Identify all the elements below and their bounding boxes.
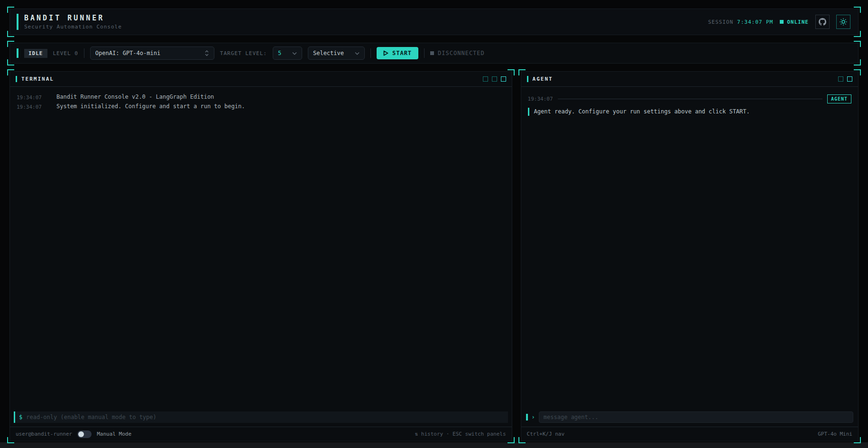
- terminal-log-row: 19:34:07 Bandit Runner Console v2.0 - La…: [10, 93, 512, 102]
- terminal-user-label: user@bandit-runner: [16, 431, 72, 437]
- corner-bracket: [854, 59, 861, 65]
- disconnected-square-icon: [430, 51, 434, 55]
- online-status: ONLINE: [780, 19, 809, 25]
- manual-mode-toggle[interactable]: [77, 430, 92, 438]
- panel-accent-bar: [527, 76, 528, 82]
- agent-nav-hint: Ctrl+K/J nav: [527, 431, 564, 437]
- sun-icon: [840, 18, 847, 26]
- chevron-updown-icon: [204, 50, 209, 56]
- agent-panel-title: AGENT: [533, 76, 553, 82]
- window-square-icon: [501, 76, 506, 82]
- control-bar: IDLE LEVEL 0 OpenAI: GPT-4o-mini TARGET …: [9, 43, 859, 64]
- terminal-window-squares: [483, 76, 506, 82]
- divider: [424, 48, 425, 58]
- window-square-icon: [492, 76, 497, 82]
- terminal-prompt-symbol: $: [19, 414, 22, 420]
- agent-panel: AGENT 19:34:07 AGENT Agent ready. Config…: [521, 71, 859, 441]
- window-square-icon: [847, 76, 852, 82]
- chevron-down-icon: [292, 52, 297, 55]
- online-label: ONLINE: [787, 19, 809, 25]
- terminal-log-area[interactable]: 19:34:07 Bandit Runner Console v2.0 - La…: [10, 87, 512, 411]
- corner-bracket: [854, 41, 861, 47]
- corner-bracket: [7, 7, 14, 13]
- corner-bracket: [7, 59, 14, 65]
- github-button[interactable]: [815, 15, 830, 29]
- panel-accent-bar: [16, 76, 17, 82]
- github-icon: [819, 18, 826, 26]
- terminal-panel-title: TERMINAL: [21, 76, 54, 82]
- title-group: BANDIT RUNNER Security Automation Consol…: [17, 14, 122, 30]
- agent-model-label: GPT-4o Mini: [818, 431, 852, 437]
- log-message: Bandit Runner Console v2.0 - LangGraph E…: [49, 93, 214, 102]
- agent-message: Agent ready. Configure your run settings…: [528, 108, 851, 116]
- chevron-down-icon: [355, 52, 360, 55]
- log-timestamp: 19:34:07: [17, 102, 44, 112]
- session-time: 7:34:07 PM: [737, 19, 773, 25]
- app-root: BANDIT RUNNER Security Automation Consol…: [0, 0, 868, 441]
- agent-role-badge: AGENT: [827, 94, 851, 103]
- target-level-select[interactable]: 5: [273, 47, 302, 60]
- agent-footer: Ctrl+K/J nav GPT-4o Mini: [521, 427, 858, 441]
- start-button[interactable]: START: [377, 47, 418, 59]
- terminal-panel-header: TERMINAL: [10, 72, 512, 87]
- corner-bracket: [7, 31, 14, 37]
- corner-bracket: [854, 31, 861, 37]
- title-accent-bar: [17, 14, 18, 30]
- window-square-icon: [483, 76, 488, 82]
- model-select[interactable]: OpenAI: GPT-4o-mini: [90, 47, 214, 60]
- agent-prompt-symbol: ›: [532, 414, 535, 420]
- terminal-input[interactable]: [26, 414, 504, 420]
- divider: [370, 48, 371, 58]
- online-square-icon: [780, 20, 784, 24]
- connection-status-label: DISCONNECTED: [438, 50, 485, 56]
- start-button-label: START: [392, 50, 412, 56]
- agent-input-row: ›: [526, 411, 853, 423]
- connection-status: DISCONNECTED: [430, 50, 485, 56]
- entry-divider-line: [558, 99, 822, 99]
- terminal-panel: TERMINAL 19:34:07 Bandit Runner Console …: [9, 71, 512, 441]
- divider: [84, 48, 84, 58]
- app-subtitle: Security Automation Console: [24, 24, 122, 30]
- log-timestamp: 19:34:07: [17, 93, 44, 102]
- agent-input-box: [539, 411, 853, 423]
- app-title: BANDIT RUNNER: [24, 14, 122, 22]
- theme-toggle-button[interactable]: [836, 15, 850, 29]
- window-square-icon: [838, 76, 843, 82]
- model-select-value: OpenAI: GPT-4o-mini: [95, 50, 160, 56]
- main-area: TERMINAL 19:34:07 Bandit Runner Console …: [9, 71, 859, 441]
- log-message: System initialized. Configure and start …: [49, 102, 245, 112]
- terminal-input-row: $: [14, 411, 508, 423]
- corner-bracket: [854, 7, 861, 13]
- corner-bracket: [7, 41, 14, 47]
- mode-select[interactable]: Selective: [308, 47, 365, 60]
- manual-mode-label: Manual Mode: [97, 431, 131, 437]
- agent-entry-timestamp: 19:34:07: [528, 96, 553, 102]
- mode-select-value: Selective: [313, 50, 344, 56]
- controlbar-accent-bar: [17, 48, 18, 58]
- agent-panel-header: AGENT: [521, 72, 858, 87]
- agent-message-input[interactable]: [544, 414, 849, 420]
- toggle-knob: [78, 431, 84, 437]
- agent-entry: 19:34:07 AGENT Agent ready. Configure yo…: [521, 93, 858, 116]
- agent-window-squares: [838, 76, 852, 82]
- app-header: BANDIT RUNNER Security Automation Consol…: [9, 9, 859, 35]
- target-level-value: 5: [278, 50, 281, 56]
- current-level-label: LEVEL 0: [53, 50, 78, 56]
- agent-log-area[interactable]: 19:34:07 AGENT Agent ready. Configure yo…: [521, 87, 858, 411]
- bottom-strip: [0, 442, 868, 448]
- run-status-badge: IDLE: [24, 49, 47, 58]
- terminal-footer: user@bandit-runner Manual Mode ⇅ history…: [10, 427, 512, 441]
- play-icon: [383, 50, 388, 56]
- target-level-label: TARGET LEVEL:: [220, 50, 267, 56]
- terminal-hints: ⇅ history · ESC switch panels: [415, 431, 506, 437]
- session-label: SESSION: [708, 19, 733, 25]
- session-clock: SESSION 7:34:07 PM: [708, 19, 774, 25]
- agent-prompt-accent-bar: [526, 414, 528, 420]
- terminal-log-row: 19:34:07 System initialized. Configure a…: [10, 102, 512, 112]
